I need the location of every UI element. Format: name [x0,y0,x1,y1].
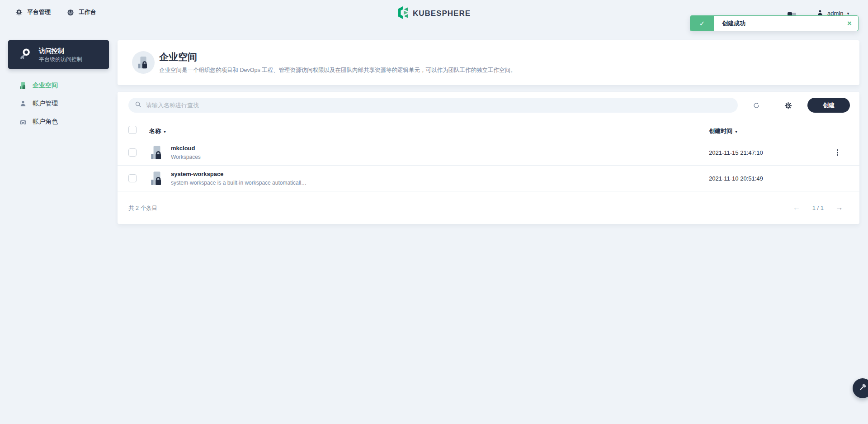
created-time: 2021-11-10 20:51:49 [709,175,763,182]
gear-icon [15,9,23,16]
workspace-building-icon [137,56,150,69]
workspace-building-icon [149,145,165,160]
sort-caret-icon: ▾ [164,129,166,134]
page-header-card [118,40,859,85]
create-button[interactable]: 创建 [807,98,850,113]
page-header-icon-circle [132,51,155,74]
page-title: 企业空间 [159,51,197,63]
sidebar-menu: 企业空间 帐户管理 帐户角色 [8,76,109,131]
sidebar-item-workspaces[interactable]: 企业空间 [8,76,109,95]
table-row[interactable]: system-workspace system-workspace is a b… [118,166,859,191]
search-input[interactable] [146,102,731,109]
table-footer: 共 2 个条目 ← 1 / 1 → [118,191,859,224]
toast-success-badge: ✓ [690,16,714,31]
total-count: 共 2 个条目 [128,205,157,212]
select-all-checkbox[interactable] [128,126,137,134]
row-checkbox[interactable] [128,148,137,157]
hammer-icon [858,382,868,394]
workspace-table-body: mkcloud Workspaces 2021-11-15 21:47:10 s… [118,140,859,191]
platform-management-label: 平台管理 [27,8,51,16]
pagination: ← 1 / 1 → [793,203,843,212]
settings-gear-icon[interactable] [783,101,793,110]
column-header-created[interactable]: 创建时间▾ [709,127,737,135]
kubesphere-logo[interactable]: KUBESPHERE [397,6,471,21]
column-header-name[interactable]: 名称▾ [149,127,166,135]
more-menu-icon[interactable] [833,148,842,157]
prev-page-icon[interactable]: ← [793,203,801,212]
next-page-icon[interactable]: → [835,203,843,212]
dashboard-gauge-icon [67,9,74,16]
search-icon [135,101,142,110]
sidebar-header: 访问控制 平台级的访问控制 [8,40,109,69]
workspace-description: system-workspace is a built-in workspace… [171,180,307,186]
table-header: 名称▾ 创建时间▾ [118,120,859,140]
sort-caret-icon: ▾ [735,129,737,134]
check-icon: ✓ [699,19,705,28]
workspace-building-icon [149,171,165,186]
toast-message: 创建成功 [714,19,841,28]
role-icon [19,118,27,126]
workspace-name-link[interactable]: mkcloud [171,145,195,152]
workbench-label: 工作台 [79,8,96,16]
workbench-button[interactable]: 工作台 [67,8,96,16]
refresh-icon[interactable] [752,101,761,110]
workspace-description: Workspaces [171,154,201,160]
table-row[interactable]: mkcloud Workspaces 2021-11-15 21:47:10 [118,140,859,166]
page-indicator: 1 / 1 [812,205,824,211]
platform-management-button[interactable]: 平台管理 [15,8,51,16]
row-checkbox[interactable] [128,174,137,182]
close-icon[interactable]: × [841,19,858,27]
key-icon [18,47,32,62]
kubesphere-logo-icon [397,6,409,21]
created-time: 2021-11-15 21:47:10 [709,149,763,156]
sidebar-item-label: 帐户管理 [33,100,58,108]
sidebar-item-label: 企业空间 [33,81,58,90]
workspace-name-link[interactable]: system-workspace [171,171,223,177]
sidebar-subtitle: 平台级的访问控制 [39,56,82,63]
sidebar-item-accounts[interactable]: 帐户管理 [8,95,109,113]
kubesphere-logo-text: KUBESPHERE [413,9,471,18]
sidebar-title: 访问控制 [39,46,82,56]
toolbox-fab-button[interactable] [853,378,868,398]
search-bar[interactable] [128,98,738,113]
sidebar-item-roles[interactable]: 帐户角色 [8,113,109,131]
workspace-building-icon [19,81,27,90]
page-description: 企业空间是一个组织您的项目和 DevOps 工程、管理资源访问权限以及在团队内部… [159,67,516,74]
sidebar-item-label: 帐户角色 [33,118,58,126]
toast-notification: ✓ 创建成功 × [690,15,859,31]
person-icon [19,100,27,108]
